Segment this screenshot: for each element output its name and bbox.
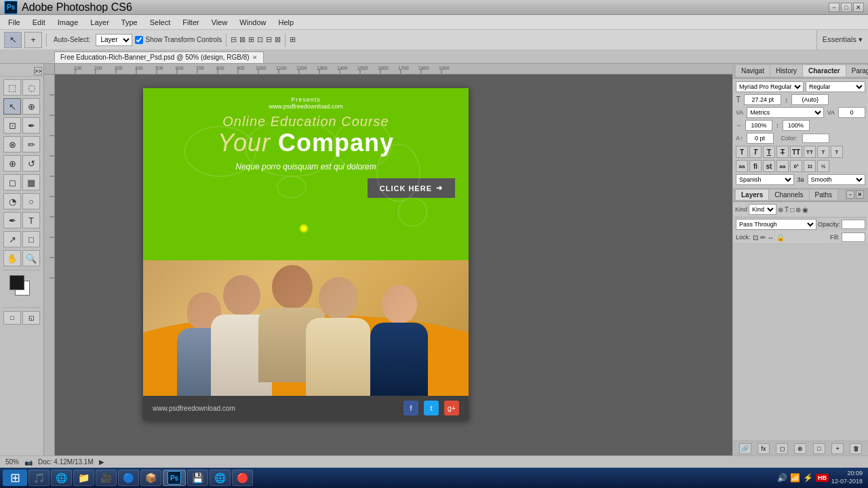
- color-swatch[interactable]: [802, 134, 829, 143]
- stamp-tool[interactable]: ⊕: [3, 155, 21, 171]
- taskbar-browser-2[interactable]: 🌐: [210, 470, 231, 486]
- strikethrough-btn[interactable]: T: [776, 146, 789, 158]
- layer-mask-btn[interactable]: ◻: [776, 443, 788, 454]
- menu-file[interactable]: File: [3, 17, 26, 28]
- scale-h-input[interactable]: [745, 120, 772, 131]
- navigate-tab[interactable]: Navigat: [736, 65, 770, 77]
- liga-btn[interactable]: fi: [749, 160, 762, 172]
- font-size-input[interactable]: [744, 94, 781, 105]
- menu-image[interactable]: Image: [52, 17, 84, 28]
- tray-icon-3[interactable]: ⚡: [803, 473, 813, 483]
- layer-link-btn[interactable]: 🔗: [739, 443, 751, 454]
- paths-tab[interactable]: Paths: [810, 190, 839, 200]
- facebook-icon[interactable]: f: [403, 401, 418, 415]
- align-center-icon[interactable]: ⊠: [239, 35, 245, 44]
- foreground-color-swatch[interactable]: [9, 275, 24, 290]
- lock-position-icon[interactable]: ↔: [768, 234, 774, 241]
- taskbar-explorer[interactable]: 📁: [73, 470, 94, 486]
- baseline-input[interactable]: [747, 133, 774, 144]
- crop-tool[interactable]: ⊡: [3, 117, 21, 134]
- layer-group-btn[interactable]: □: [813, 443, 825, 454]
- language-select[interactable]: Spanish English: [736, 174, 794, 185]
- essentials-dropdown[interactable]: Essentials ▾: [816, 30, 868, 49]
- align-left-icon[interactable]: ⊟: [231, 35, 237, 44]
- sup-btn[interactable]: 0¹: [790, 160, 802, 172]
- minimize-button[interactable]: −: [829, 3, 840, 12]
- font-style-select[interactable]: Regular Bold Italic: [806, 81, 865, 92]
- move-tool[interactable]: ↖: [3, 98, 21, 115]
- menu-select[interactable]: Select: [144, 17, 176, 28]
- character-tab[interactable]: Character: [803, 65, 846, 77]
- leading-input[interactable]: [791, 94, 829, 105]
- distribute-icon[interactable]: ⊞: [290, 35, 296, 44]
- pen-tool[interactable]: ✒: [3, 212, 21, 228]
- taskbar-storage[interactable]: 💾: [187, 470, 208, 486]
- history-tab[interactable]: History: [770, 65, 803, 77]
- taskbar-photoshop[interactable]: Ps: [163, 470, 186, 486]
- hand-tool[interactable]: ✋: [3, 250, 21, 266]
- fill-input[interactable]: [842, 232, 865, 242]
- brush-tool[interactable]: ✏: [22, 136, 40, 152]
- layer-delete-btn[interactable]: 🗑: [850, 443, 862, 454]
- select-tool-icon[interactable]: +: [24, 32, 42, 48]
- auto-select-dropdown[interactable]: Layer Group: [96, 34, 132, 46]
- antialiasing-select[interactable]: Smooth Sharp None: [808, 174, 866, 185]
- half-btn[interactable]: ½: [817, 160, 829, 172]
- shape-tool[interactable]: □: [22, 231, 40, 247]
- align-middle-icon[interactable]: ⊟: [266, 35, 272, 44]
- menu-edit[interactable]: Edit: [27, 17, 51, 28]
- align-top-icon[interactable]: ⊡: [257, 35, 263, 44]
- align-bottom-icon[interactable]: ⊠: [275, 35, 281, 44]
- path-select-tool[interactable]: ↗: [3, 231, 21, 247]
- taskbar-browser-1[interactable]: 🌐: [51, 470, 72, 486]
- layer-adjustment-btn[interactable]: ⊕: [794, 443, 806, 454]
- standard-screen-btn[interactable]: □: [3, 311, 21, 325]
- gradient-tool[interactable]: ▦: [22, 174, 40, 190]
- healing-brush-tool[interactable]: ⊗: [3, 136, 21, 152]
- tab-close-button[interactable]: ✕: [252, 54, 258, 61]
- taskbar-media-2[interactable]: 🎥: [96, 470, 117, 486]
- kind-filter-select[interactable]: Kind: [749, 204, 776, 215]
- move-tool-icon[interactable]: ↖: [4, 32, 22, 48]
- eyedropper-tool[interactable]: ✒: [22, 117, 40, 134]
- layer-new-btn[interactable]: +: [831, 443, 844, 454]
- titlebar-controls[interactable]: − □ ✕: [829, 3, 864, 12]
- show-transform-checkbox[interactable]: Show Transform Controls: [135, 36, 222, 44]
- opacity-input[interactable]: [842, 220, 865, 229]
- blend-mode-select[interactable]: Pass Through Normal Multiply: [736, 219, 816, 230]
- lasso-tool[interactable]: ◌: [22, 79, 40, 96]
- allcaps-btn[interactable]: TT: [790, 146, 802, 158]
- twitter-icon[interactable]: t: [424, 401, 439, 415]
- lock-transparent-icon[interactable]: ⊡: [753, 234, 758, 241]
- tray-icon-1[interactable]: 🔊: [777, 473, 787, 483]
- menu-filter[interactable]: Filter: [177, 17, 204, 28]
- paragraph-tab[interactable]: Paragrap: [846, 65, 868, 77]
- history-brush-tool[interactable]: ↺: [22, 155, 40, 171]
- taskbar-app-2[interactable]: 📦: [140, 470, 161, 486]
- menu-type[interactable]: Type: [116, 17, 143, 28]
- channels-tab[interactable]: Channels: [769, 190, 809, 200]
- layers-expand-btn[interactable]: −: [846, 190, 854, 199]
- align-right-icon[interactable]: ⊞: [248, 35, 254, 44]
- subscript-btn[interactable]: T: [831, 146, 843, 158]
- maximize-button[interactable]: □: [841, 3, 852, 12]
- ordinal-btn[interactable]: aa: [776, 160, 789, 172]
- italic-btn[interactable]: T: [749, 146, 762, 158]
- menu-layer[interactable]: Layer: [85, 17, 115, 28]
- quick-mask-btn[interactable]: ◱: [22, 311, 40, 325]
- kerning-select[interactable]: Metrics Optical: [747, 107, 823, 118]
- googleplus-icon[interactable]: g+: [444, 401, 459, 415]
- zoom-tool[interactable]: 🔍: [22, 250, 40, 266]
- sub-btn[interactable]: 1t: [804, 160, 816, 172]
- panel-toggle-btn[interactable]: >>: [34, 67, 42, 75]
- dodge-tool[interactable]: ○: [22, 193, 40, 209]
- quick-select-tool[interactable]: ⊕: [22, 98, 40, 115]
- scale-v-input[interactable]: [783, 120, 810, 131]
- document-tab[interactable]: Free Education-Rich-Banner_Psd.psd @ 50%…: [54, 52, 264, 63]
- start-button[interactable]: ⊞: [3, 470, 27, 486]
- menu-view[interactable]: View: [206, 17, 233, 28]
- taskbar-media-player[interactable]: 🎵: [28, 470, 50, 486]
- marquee-tool[interactable]: ⬚: [3, 79, 21, 96]
- menu-window[interactable]: Window: [234, 17, 271, 28]
- tray-icon-2[interactable]: 📶: [790, 473, 800, 483]
